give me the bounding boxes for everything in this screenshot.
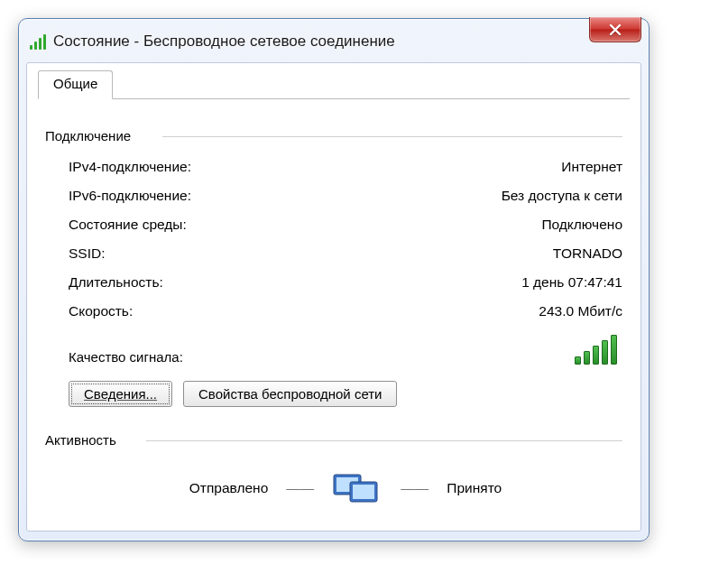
speed-label: Скорость:	[69, 303, 133, 319]
activity-monitors-icon	[332, 469, 382, 507]
ssid-value: TORNADO	[553, 245, 622, 262]
ipv6-value: Без доступа к сети	[502, 188, 622, 204]
group-connection-label: Подключение	[45, 128, 136, 143]
tab-general[interactable]: Общие	[38, 70, 113, 99]
dash-icon: ——	[401, 480, 429, 496]
status-dialog: Состояние - Беспроводное сетевое соедине…	[18, 18, 650, 541]
group-activity: Активность Отправлено ——	[45, 425, 622, 507]
details-button-label: Сведения...	[84, 386, 157, 402]
sent-label: Отправлено	[189, 480, 269, 496]
activity-row: Отправлено —— —— Принято	[69, 457, 622, 507]
duration-label: Длительность:	[69, 274, 163, 291]
close-icon	[608, 23, 622, 36]
ipv4-label: IPv4-подключение:	[69, 159, 191, 175]
signal-icon	[30, 33, 46, 50]
row-duration: Длительность: 1 день 07:47:41	[69, 268, 622, 297]
duration-value: 1 день 07:47:41	[521, 274, 622, 291]
speed-value: 243.0 Мбит/с	[539, 303, 622, 319]
media-label: Состояние среды:	[69, 217, 187, 233]
signal-strength-icon	[575, 335, 622, 365]
ssid-label: SSID:	[69, 245, 105, 262]
details-button[interactable]: Сведения...	[69, 381, 172, 407]
row-signal: Качество сигнала:	[69, 326, 622, 368]
group-activity-label: Активность	[45, 432, 122, 448]
row-ipv4: IPv4-подключение: Интернет	[69, 153, 622, 181]
connection-buttons: Сведения... Свойства беспроводной сети	[69, 368, 622, 412]
wifi-properties-button[interactable]: Свойства беспроводной сети	[183, 381, 397, 407]
window-title: Состояние - Беспроводное сетевое соедине…	[53, 32, 640, 51]
titlebar: Состояние - Беспроводное сетевое соедине…	[19, 19, 649, 59]
received-label: Принято	[447, 480, 502, 496]
ipv6-label: IPv6-подключение:	[69, 188, 191, 204]
tab-content: Подключение IPv4-подключение: Интернет I…	[38, 106, 630, 507]
media-value: Подключено	[541, 217, 622, 233]
svg-rect-3	[353, 485, 374, 499]
tabstrip: Общие	[38, 70, 630, 99]
client-area: Общие Подключение IPv4-подключение: Инте…	[26, 62, 641, 532]
close-button[interactable]	[589, 17, 641, 42]
row-media: Состояние среды: Подключено	[69, 210, 622, 239]
row-speed: Скорость: 243.0 Мбит/с	[69, 297, 622, 326]
ipv4-value: Интернет	[561, 159, 622, 175]
group-connection: Подключение IPv4-подключение: Интернет I…	[45, 121, 622, 412]
signal-label: Качество сигнала:	[69, 349, 183, 365]
dash-icon: ——	[286, 480, 314, 496]
row-ssid: SSID: TORNADO	[69, 239, 622, 268]
row-ipv6: IPv6-подключение: Без доступа к сети	[69, 181, 622, 210]
